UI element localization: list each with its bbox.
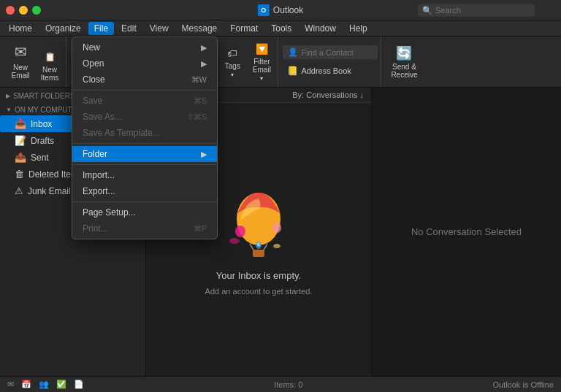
new-items-button[interactable]: 📋 NewItems [37,38,63,84]
menubar-item-organize[interactable]: Organize [39,22,87,35]
search-icon: 🔍 [422,5,432,15]
file-menu-print: Print... ⌘P [72,220,217,237]
save-as-shortcut: ⇧⌘S [187,112,207,122]
new-arrow-icon: ▶ [201,43,207,53]
svg-point-7 [257,242,260,247]
new-email-label: NewEmail [11,64,29,80]
new-email-button[interactable]: ✉ NewEmail [6,39,35,82]
menubar-item-message[interactable]: Message [176,22,224,35]
find-contact-input[interactable] [301,48,373,57]
sort-button[interactable]: By: Conversations ↓ [292,91,364,99]
filter-dropdown-icon: ▾ [260,75,263,82]
file-menu-save-as: Save As... ⇧⌘S [72,109,217,125]
smart-folders-label: Smart Folders [13,92,75,100]
save-as-template-label: Save As Template... [83,128,160,138]
tags-icon: 🏷 [225,46,240,61]
save-label: Save [83,96,102,106]
menu-divider-3 [72,164,217,165]
empty-subtitle-label: Add an account to get started. [205,287,313,296]
tags-label: Tags [225,62,240,70]
import-label: Import... [83,170,115,180]
export-label: Export... [83,186,115,196]
menubar-item-format[interactable]: Format [224,22,264,35]
address-book-icon: 📒 [287,66,298,76]
deleted-icon: 🗑 [15,169,24,180]
filter-email-label: FilterEmail [253,58,271,74]
contact-section: 👤 📒 Address Book [280,36,381,87]
print-label: Print... [83,223,108,234]
calendar-nav-icon[interactable]: 📅 [21,380,31,389]
find-contact-box[interactable]: 👤 [283,45,378,59]
file-menu-save-as-template: Save As Template... [72,125,217,141]
new-items-label: NewItems [41,66,58,82]
file-menu-close[interactable]: Close ⌘W [72,72,217,88]
send-receive-button[interactable]: 🔄 Send &Receive [386,42,422,82]
app-logo: O Outlook [258,4,303,16]
inbox-icon: 📥 [15,118,26,129]
contacts-nav-icon[interactable]: 👥 [39,380,49,389]
menubar-item-window[interactable]: Window [299,22,342,35]
menu-divider-2 [72,143,217,144]
menubar-item-edit[interactable]: Edit [115,22,142,35]
file-menu-open[interactable]: Open ▶ [72,55,217,72]
folder-arrow-icon: ▶ [201,150,207,159]
tags-button[interactable]: 🏷 Tags ▾ [219,44,245,80]
menu-divider-4 [72,201,217,202]
menu-divider-1 [72,90,217,91]
no-conversation-label: No Conversation Selected [411,226,522,237]
on-my-computer-chevron: ▼ [6,107,12,113]
file-menu-dropdown: New ▶ Open ▶ Close ⌘W Save ⌘S Save As...… [72,36,218,239]
print-shortcut: ⌘P [194,224,207,234]
close-label: Close [83,74,105,85]
send-receive-section: 🔄 Send &Receive [383,36,425,87]
statusbar: ✉ 📅 👥 ✅ 📄 Items: 0 Outlook is Offline [0,376,561,392]
menubar-item-help[interactable]: Help [343,22,373,35]
send-receive-label: Send &Receive [391,63,417,79]
app-name-label: Outlook [273,5,303,15]
maximize-window-button[interactable] [32,6,41,15]
send-receive-icon: 🔄 [396,45,412,61]
filter-email-icon: 🔽 [254,42,269,56]
tags-dropdown-icon: ▾ [231,72,234,78]
right-panel: No Conversation Selected [371,88,561,376]
file-menu-save: Save ⌘S [72,93,217,109]
tasks-nav-icon[interactable]: ✅ [56,380,66,389]
filter-email-button[interactable]: 🔽 FilterEmail ▾ [248,39,275,84]
sort-label: By: Conversations [292,91,357,99]
notes-nav-icon[interactable]: 📄 [74,380,84,389]
smart-folders-chevron: ▶ [6,93,10,99]
junk-folder-label: Junk Email [28,186,71,196]
open-label: Open [83,58,104,69]
drafts-icon: 📝 [15,135,26,146]
address-book-button[interactable]: 📒 Address Book [283,64,355,78]
menubar: Home Organize File Edit View Message For… [0,20,561,36]
file-menu-import[interactable]: Import... [72,167,217,183]
sort-arrow-icon: ↓ [360,91,365,99]
tags-section: 🏷 Tags ▾ 🔽 FilterEmail ▾ [216,36,278,87]
search-input[interactable] [435,6,530,15]
new-items-icon: 📋 [42,50,57,64]
close-shortcut: ⌘W [191,75,207,85]
file-menu-folder[interactable]: Folder ▶ [72,146,217,162]
menubar-item-view[interactable]: View [144,22,175,35]
offline-status-label: Outlook is Offline [492,380,554,389]
sent-label: Sent [31,153,49,163]
open-arrow-icon: ▶ [201,59,207,69]
file-menu-export[interactable]: Export... [72,183,217,199]
new-label: New [83,42,100,53]
new-section: ✉ NewEmail 📋 NewItems [3,36,66,87]
minimize-window-button[interactable] [19,6,28,15]
empty-title-label: Your Inbox is empty. [216,270,301,281]
drafts-label: Drafts [31,136,54,146]
titlebar-search-box[interactable]: 🔍 [418,4,535,16]
menubar-item-home[interactable]: Home [3,22,38,35]
titlebar: O Outlook 🔍 [0,0,561,20]
inbox-label: Inbox [31,119,52,129]
svg-point-1 [235,226,245,237]
menubar-item-file[interactable]: File [88,22,114,35]
mail-nav-icon[interactable]: ✉ [7,380,14,389]
menubar-item-tools[interactable]: Tools [265,22,297,35]
close-window-button[interactable] [6,6,15,15]
file-menu-page-setup[interactable]: Page Setup... [72,204,217,220]
file-menu-new[interactable]: New ▶ [72,39,217,55]
